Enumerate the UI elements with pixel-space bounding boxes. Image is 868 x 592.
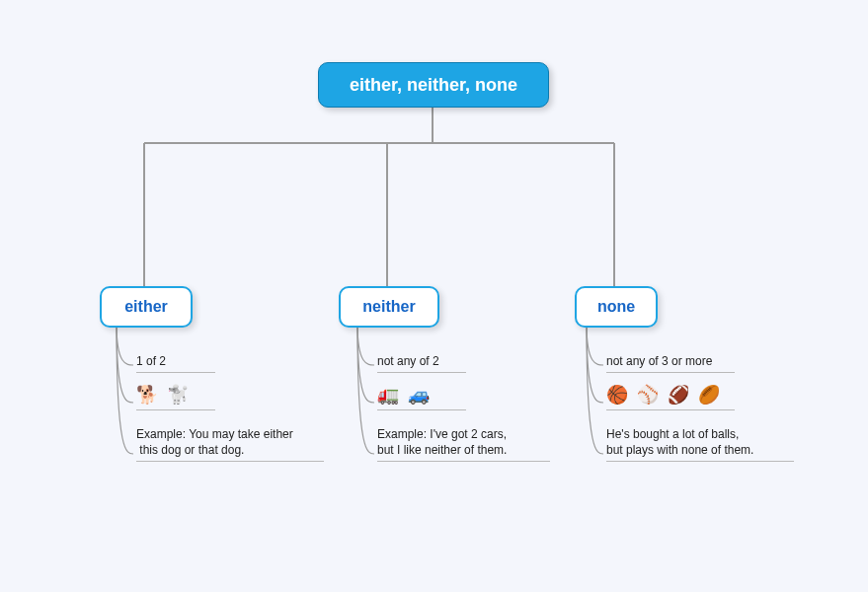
leaf-none-example: He's bought a lot of balls, but plays wi… [606, 426, 794, 462]
root-title: either, neither, none [350, 75, 517, 96]
leaf-none-definition: not any of 3 or more [606, 353, 735, 373]
branch-label: neither [362, 298, 415, 316]
leaf-neither-definition: not any of 2 [377, 353, 466, 373]
leaf-either-icons: 🐕 🐩 [136, 383, 215, 410]
branch-node-none[interactable]: none [575, 286, 658, 328]
branch-label: none [597, 298, 635, 316]
root-node[interactable]: either, neither, none [318, 62, 549, 108]
leaf-none-icons: 🏀 ⚾ 🏈 🏉 [606, 383, 735, 410]
branch-label: either [124, 298, 168, 316]
leaf-neither-example: Example: I've got 2 cars, but I like nei… [377, 426, 550, 462]
branch-node-either[interactable]: either [100, 286, 193, 328]
leaf-neither-icons: 🚛 🚙 [377, 383, 466, 410]
branch-node-neither[interactable]: neither [339, 286, 439, 328]
leaf-either-example: Example: You may take either this dog or… [136, 426, 324, 462]
leaf-either-definition: 1 of 2 [136, 353, 215, 373]
